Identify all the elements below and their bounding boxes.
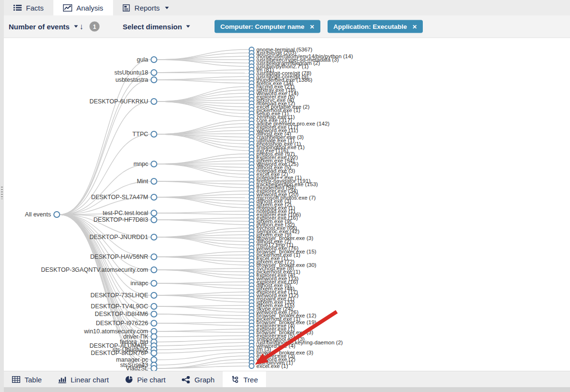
tab-pie-chart[interactable]: Pie chart (117, 371, 174, 388)
tab-graph[interactable]: Graph (174, 371, 223, 388)
tab-facts[interactable]: Facts (4, 0, 53, 15)
table-icon (12, 376, 20, 383)
tree-computer-label: DESKTOP-6UFKRKU (89, 98, 148, 105)
tree-node-computer[interactable] (151, 131, 157, 137)
filter-chip-application-label: Application: Executable (333, 23, 407, 30)
tree-computer-label: TTPC (132, 131, 148, 138)
resize-grip-icon[interactable] (1, 187, 3, 199)
tree-node-computer[interactable] (151, 234, 157, 240)
tree-node-computer[interactable] (151, 77, 157, 83)
tree-node-computer[interactable] (151, 178, 157, 184)
tree-computer-label: stsUbuntu18 (114, 69, 148, 76)
tab-tree-label: Tree (243, 376, 258, 384)
measure-dropdown-label: Number of events (9, 23, 70, 31)
dimension-dropdown[interactable]: Select dimension (123, 23, 190, 31)
tree-icon (231, 376, 239, 383)
window-bottom-strip (0, 387, 570, 392)
tree-computer-label: test-PC.test.local (103, 210, 148, 216)
chevron-down-icon (165, 7, 169, 9)
tree-leaf-label: excel.exe (1) (256, 363, 288, 369)
tree-node-computer[interactable] (151, 311, 157, 317)
tab-linear-chart[interactable]: Linear chart (50, 371, 117, 388)
tree-node-computer[interactable] (151, 194, 157, 200)
filter-chip-computer-label: Computer: Computer name (220, 23, 304, 30)
tree-computer-label: Mint (137, 178, 148, 185)
tab-linear-chart-label: Linear chart (71, 376, 109, 384)
sort-direction-icon[interactable]: ↓ (79, 23, 84, 31)
measure-dropdown[interactable]: Number of events (9, 23, 78, 31)
tree-node-computer[interactable] (151, 267, 157, 273)
tree-computer-label: DESKTOP-8KDR76P (91, 350, 148, 356)
tab-pie-chart-label: Pie chart (137, 376, 165, 384)
report-icon (123, 4, 130, 12)
tab-reports[interactable]: Reports (113, 0, 179, 15)
list-icon (13, 4, 22, 11)
tab-table-label: Table (25, 376, 42, 384)
tree-node-computer[interactable] (151, 292, 157, 298)
tree-node-computer[interactable] (151, 254, 157, 260)
panel-resize-strip[interactable] (0, 0, 4, 392)
tab-facts-label: Facts (26, 4, 44, 12)
tree-node-leaf[interactable] (249, 364, 254, 368)
sort-order-badge: 1 (89, 22, 100, 32)
close-icon[interactable]: ✕ (412, 23, 417, 30)
tree-computer-label: gula (137, 56, 148, 63)
line-chart-icon (63, 4, 72, 12)
tab-analysis[interactable]: Analysis (53, 0, 113, 15)
tree-node-computer[interactable] (151, 217, 157, 223)
tree-computer-label: DESKTOP-HAV56NR (90, 253, 148, 260)
tree-computer-label: DESKTOP-I976226 (96, 320, 148, 327)
tree-node-computer[interactable] (151, 99, 157, 104)
tree-node-computer[interactable] (151, 350, 157, 356)
tree-root-label: All events (25, 211, 51, 218)
tree-computer-label: usbtestastra (115, 76, 148, 83)
tree-computer-label: DESKTOP-SL7A47M (91, 194, 148, 201)
tree-node-computer[interactable] (151, 280, 157, 286)
filter-chip-application[interactable]: Application: Executable ✕ (328, 20, 423, 33)
tree-computer-label: DESKTOP-HF7D8I3 (93, 216, 148, 223)
tree-computer-label: innapc (130, 280, 148, 287)
tree-computer-label: mnpc (133, 161, 148, 167)
tab-reports-label: Reports (135, 4, 160, 12)
graph-icon (182, 376, 190, 383)
tree-node-computer[interactable] (151, 70, 157, 76)
pie-chart-icon (125, 376, 133, 383)
toolbar: Number of events ↓ 1 Select dimension Co… (4, 15, 570, 38)
tab-table[interactable]: Table (4, 371, 50, 388)
chevron-down-icon (186, 25, 190, 28)
tree-node-computer[interactable] (151, 210, 157, 216)
dimension-dropdown-label: Select dimension (123, 23, 182, 31)
chevron-down-icon (74, 25, 78, 28)
view-switcher: Table Linear chart Pie chart Graph Tree (4, 371, 570, 388)
tree-computer-label: DESKTOP-3GAQNTV.atomsecurity.com (41, 266, 148, 273)
tab-analysis-label: Analysis (76, 4, 103, 12)
tree-node-computer[interactable] (151, 161, 157, 167)
tree-computer-label: DESKTOP-TV4L9GC (91, 303, 148, 310)
tree-computer-label: DESKTOP-73SLHQE (90, 292, 148, 299)
tree-node-computer[interactable] (151, 303, 157, 309)
tree-computer-label: DESKTOP-ID8I4M6 (95, 311, 148, 317)
tree-computer-label: DESKTOP-JNURDD1 (89, 234, 148, 240)
close-icon[interactable]: ✕ (310, 23, 315, 30)
tree-node-computer[interactable] (151, 57, 157, 63)
tree-node-root[interactable] (54, 212, 60, 217)
tree-node-computer[interactable] (151, 320, 157, 326)
tree-canvas: All eventsgulastsUbuntu18usbtestastraDES… (0, 0, 570, 392)
filter-chip-computer[interactable]: Computer: Computer name ✕ (215, 20, 320, 33)
top-nav: Facts Analysis Reports (4, 0, 570, 15)
tab-tree[interactable]: Tree (223, 371, 266, 388)
tab-graph-label: Graph (194, 376, 215, 384)
bar-chart-icon (58, 376, 66, 383)
